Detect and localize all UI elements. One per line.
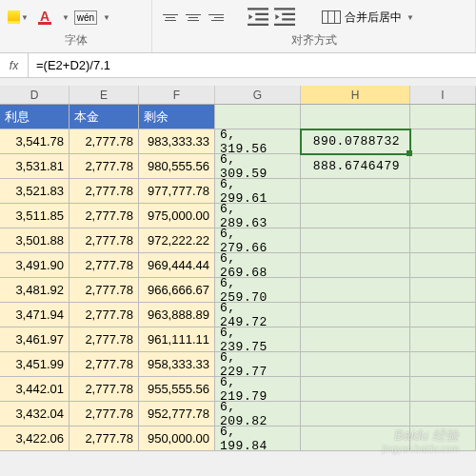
cell[interactable]: 2,777.78 [69, 402, 139, 426]
col-header-f[interactable]: F [139, 86, 215, 104]
merge-center-button[interactable]: 合并后居中 ▼ [318, 8, 418, 28]
formula-input[interactable]: =(E2+D2)/7.1 [29, 53, 476, 77]
cell[interactable]: 6, 209.82 [215, 402, 301, 426]
cell[interactable]: 980,555.56 [139, 154, 215, 179]
cell[interactable]: 950,000.00 [139, 426, 215, 451]
fx-button[interactable]: fx [0, 53, 29, 77]
cell[interactable]: 2,777.78 [69, 303, 139, 327]
cell[interactable]: 3,461.97 [0, 327, 69, 352]
col-header-e[interactable]: E [69, 86, 139, 104]
cell[interactable] [215, 105, 301, 129]
decrease-indent-button[interactable] [248, 7, 268, 28]
cell[interactable] [301, 303, 410, 327]
cell[interactable] [301, 204, 410, 228]
cell[interactable]: 6, 229.77 [215, 352, 301, 377]
cell[interactable] [410, 352, 476, 377]
cell[interactable]: 6, 269.68 [215, 253, 301, 278]
cell[interactable]: 6, 309.59 [215, 154, 301, 179]
cell[interactable]: 890.0788732 [301, 129, 410, 154]
cell[interactable]: 6, 239.75 [215, 327, 301, 352]
cell[interactable]: 2,777.78 [69, 179, 139, 204]
cell[interactable] [410, 327, 476, 352]
cell[interactable]: 3,491.90 [0, 253, 69, 278]
cell[interactable] [301, 228, 410, 253]
cell[interactable] [301, 278, 410, 303]
cell[interactable]: 983,333.33 [139, 129, 215, 154]
cell[interactable]: 6, 249.72 [215, 303, 301, 327]
cell[interactable]: 955,555.56 [139, 377, 215, 402]
col-header-h[interactable]: H [301, 86, 410, 104]
cell[interactable]: 2,777.78 [69, 228, 139, 253]
fill-color-button[interactable]: ▼ [8, 7, 29, 28]
header-interest[interactable]: 利息 [0, 105, 69, 129]
phonetic-button[interactable]: wén [75, 7, 96, 28]
cell[interactable] [301, 352, 410, 377]
cell[interactable]: 972,222.22 [139, 228, 215, 253]
header-remaining[interactable]: 剩余 [139, 105, 215, 129]
cell[interactable]: 963,888.89 [139, 303, 215, 327]
cell[interactable] [301, 377, 410, 402]
cell[interactable]: 6, 219.79 [215, 377, 301, 402]
cell[interactable]: 2,777.78 [69, 327, 139, 352]
cell[interactable] [410, 253, 476, 278]
cell[interactable] [301, 426, 410, 451]
cell[interactable]: 975,000.00 [139, 204, 215, 228]
cell[interactable] [410, 179, 476, 204]
cell[interactable]: 3,531.81 [0, 154, 69, 179]
cell[interactable]: 2,777.78 [69, 377, 139, 402]
increase-indent-button[interactable] [274, 7, 295, 28]
cell[interactable]: 961,111.11 [139, 327, 215, 352]
col-header-g[interactable]: G [215, 86, 301, 104]
cell[interactable]: 6, 259.70 [215, 278, 301, 303]
cell[interactable]: 966,666.67 [139, 278, 215, 303]
cell[interactable]: 3,511.85 [0, 204, 69, 228]
align-right-button[interactable] [206, 7, 227, 28]
font-color-button[interactable]: A [34, 7, 55, 28]
cell[interactable]: 3,432.04 [0, 402, 69, 426]
cell[interactable] [301, 179, 410, 204]
cell[interactable] [410, 377, 476, 402]
cell[interactable]: 958,333.33 [139, 352, 215, 377]
cell[interactable]: 3,422.06 [0, 426, 69, 451]
cell[interactable]: 3,521.83 [0, 179, 69, 204]
cell[interactable]: 2,777.78 [69, 129, 139, 154]
cell[interactable] [410, 228, 476, 253]
cell[interactable] [301, 402, 410, 426]
cell[interactable] [410, 278, 476, 303]
cell[interactable]: 6, 279.66 [215, 228, 301, 253]
cell[interactable]: 2,777.78 [69, 352, 139, 377]
cell[interactable]: 888.6746479 [301, 154, 410, 179]
cell[interactable]: 977,777.78 [139, 179, 215, 204]
cell[interactable]: 6, 299.61 [215, 179, 301, 204]
cell[interactable] [410, 204, 476, 228]
cell[interactable]: 6, 319.56 [215, 129, 301, 154]
cell[interactable] [301, 105, 410, 129]
cell[interactable]: 2,777.78 [69, 426, 139, 451]
col-header-i[interactable]: I [410, 86, 476, 104]
cell[interactable]: 3,541.78 [0, 129, 69, 154]
cell[interactable]: 2,777.78 [69, 154, 139, 179]
cell[interactable] [410, 426, 476, 451]
cell[interactable]: 3,501.88 [0, 228, 69, 253]
cell[interactable]: 3,481.92 [0, 278, 69, 303]
cell[interactable]: 2,777.78 [69, 253, 139, 278]
cell[interactable]: 3,471.94 [0, 303, 69, 327]
cell[interactable] [410, 402, 476, 426]
cell[interactable] [410, 129, 476, 154]
cell[interactable]: 969,444.44 [139, 253, 215, 278]
cell[interactable] [301, 253, 410, 278]
cell[interactable]: 2,777.78 [69, 278, 139, 303]
cell[interactable] [410, 105, 476, 129]
cell[interactable] [301, 327, 410, 352]
cell[interactable] [410, 154, 476, 179]
cell[interactable]: 6, 199.84 [215, 426, 301, 451]
header-principal[interactable]: 本金 [69, 105, 139, 129]
cell[interactable]: 3,451.99 [0, 352, 69, 377]
col-header-d[interactable]: D [0, 86, 69, 104]
cell[interactable]: 952,777.78 [139, 402, 215, 426]
cell[interactable]: 6, 289.63 [215, 204, 301, 228]
align-center-button[interactable] [183, 7, 204, 28]
align-left-button[interactable] [160, 7, 181, 28]
cell[interactable]: 3,442.01 [0, 377, 69, 402]
cell[interactable] [410, 303, 476, 327]
